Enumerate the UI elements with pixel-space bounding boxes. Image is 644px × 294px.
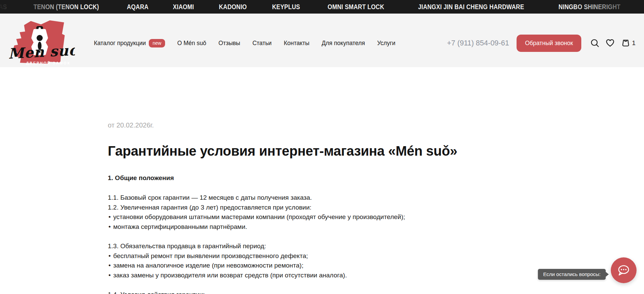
brand-item[interactable]: KEYPLUS [272,3,300,11]
article-paragraph: 1.1. Базовый срок гарантии — 12 месяцев … [108,193,536,203]
callback-button[interactable]: Обратный звонок [517,35,582,52]
article-date: от 20.02.2026г. [108,121,536,129]
brand-item[interactable]: XIAOMI [173,3,194,11]
article-paragraph: замена на аналогичное изделие (при невоз… [108,261,536,271]
article-body: 1.1. Базовый срок гарантии — 12 месяцев … [108,193,536,294]
brands-bar: AS TENON (TENON LOCK) AQARA XIAOMI KADON… [0,0,644,14]
nav-item[interactable]: Контакты [284,40,309,47]
brand-item[interactable]: AS [0,3,7,11]
section-heading: 1. Общие положения [108,174,536,182]
nav-item-label: Отзывы [219,40,240,47]
nav-item-label: Контакты [284,40,309,47]
main-nav: Каталог продукции new О Mén suǒ Отзывы С… [94,39,395,47]
nav-item[interactable]: Каталог продукции new [94,39,165,47]
brand-item[interactable]: AQARA [127,3,149,11]
nav-item[interactable]: Отзывы [219,40,240,47]
search-icon[interactable] [590,38,600,48]
chat-bubble-icon [617,263,631,277]
chat-button[interactable] [611,257,637,283]
nav-item[interactable]: Услуги [377,40,396,47]
phone-link[interactable]: +7 (911) 854-09-61 [447,39,509,47]
nav-item[interactable]: О Mén suǒ [177,40,206,47]
brand-item[interactable]: OMNI SMART LOCK [328,3,384,11]
article-paragraph: бесплатный ремонт при выявлении производ… [108,251,536,261]
nav-item-label: Для покупателя [322,40,365,47]
page-title: Гарантийные условия интернет-магазина «M… [108,143,536,159]
article-paragraph: 1.2. Увеличенная гарантия (до 3 лет) пре… [108,203,536,213]
nav-item-label: О Mén suǒ [177,40,206,47]
wishlist-heart-icon[interactable] [605,38,615,48]
brand-item[interactable]: KADONIO [219,3,246,11]
article-paragraph: 1.3. Обязательства продавца в гарантийны… [108,241,536,251]
logo[interactable]: Men suo ДВЕРНОЙ ЗАМОК [8,19,75,67]
logo-script-text: Men suo [8,42,75,62]
article-paragraph: установки оборудования штатными мастерам… [108,212,536,222]
cart-bag-icon[interactable]: 1 [621,38,636,48]
logo-tagline-text: ДВЕРНОЙ ЗАМОК [26,61,71,65]
nav-new-badge: new [149,39,165,47]
article-paragraph: 1.4. Условия действия гарантии: [108,290,536,294]
brand-item[interactable]: JIANGXI JIN BAI CHENG HARDWARE [418,3,524,11]
site-header: Men suo ДВЕРНОЙ ЗАМОК Каталог продукции … [0,14,644,67]
nav-item[interactable]: Для покупателя [322,40,365,47]
brand-item[interactable]: NINGBO SHINERIGHT [559,3,621,11]
logo-blob-icon: Men suo ДВЕРНОЙ ЗАМОК [8,19,75,67]
nav-item[interactable]: Статьи [253,40,272,47]
cart-count-badge: 1 [632,39,636,47]
brand-item[interactable]: TENON (TENON LOCK) [34,3,99,11]
brands-track: AS TENON (TENON LOCK) AQARA XIAOMI KADON… [0,0,644,14]
header-icons: 1 [590,38,636,48]
nav-item-label: Услуги [377,40,396,47]
article-paragraph: монтажа сертифицированными партнёрами. [108,222,536,232]
article-content: от 20.02.2026г. Гарантийные условия инте… [108,67,536,294]
article-paragraph: заказ замены у производителя или возврат… [108,271,536,280]
nav-item-label: Каталог продукции [94,40,146,47]
page: AS TENON (TENON LOCK) AQARA XIAOMI KADON… [0,0,644,294]
nav-item-label: Статьи [253,40,272,47]
chat-tooltip: Если остались вопросы: [538,269,606,280]
header-right: +7 (911) 854-09-61 Обратный звонок [447,35,636,52]
